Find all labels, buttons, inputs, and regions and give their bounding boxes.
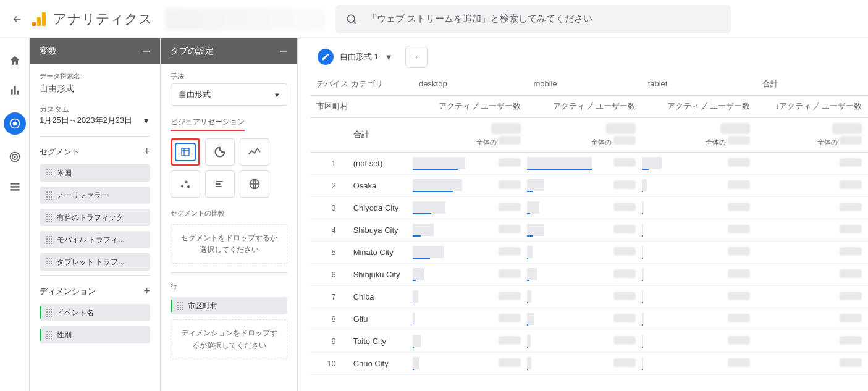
col-mobile[interactable]: mobile xyxy=(527,73,641,95)
nav-rail xyxy=(0,38,30,391)
row-chip[interactable]: 市区町村 xyxy=(171,297,287,314)
viz-line-icon[interactable] xyxy=(240,138,269,166)
table-row[interactable]: 8Gifu xyxy=(310,308,868,330)
add-tab-button[interactable]: + xyxy=(405,46,428,68)
date-range-selector[interactable]: 1月25日～2023年2月23日 ▼ xyxy=(40,115,150,126)
bar-cell xyxy=(756,152,822,174)
nav-explore-icon[interactable] xyxy=(4,112,26,135)
top-bar: アナリティクス 「ウェブ ストリームを追加」と検索してみてください xyxy=(0,0,868,38)
row-index: 4 xyxy=(310,219,347,241)
settings-header: タブの設定 − xyxy=(161,38,297,64)
value-cell xyxy=(479,241,528,263)
table-row[interactable]: 3Chiyoda City xyxy=(310,196,868,219)
bar-cell xyxy=(527,241,592,263)
dimension-chip[interactable]: 性別 xyxy=(40,326,150,343)
segment-chip[interactable]: 米国 xyxy=(40,164,150,182)
analytics-logo xyxy=(32,12,46,26)
search-icon xyxy=(345,13,358,25)
bar-cell xyxy=(642,308,707,330)
technique-select[interactable]: 自由形式 ▾ xyxy=(171,83,287,106)
svg-point-13 xyxy=(181,185,183,187)
viz-geo-icon[interactable] xyxy=(240,170,269,198)
value-cell xyxy=(593,174,642,196)
value-cell xyxy=(479,152,528,174)
table-row[interactable]: 7Chiba xyxy=(310,285,868,308)
technique-value: 自由形式 xyxy=(179,89,211,100)
value-cell xyxy=(707,241,756,263)
row-city: Osaka xyxy=(347,174,413,196)
col-group-device: デバイス カテゴリ xyxy=(310,73,413,95)
bar-cell xyxy=(756,330,822,352)
value-cell xyxy=(707,196,756,219)
table-row[interactable]: 10Chuo City xyxy=(310,352,868,374)
col-desktop[interactable]: desktop xyxy=(413,73,527,95)
tab-freeform[interactable]: 自由形式 1 ▼ xyxy=(310,46,400,68)
variables-panel: 変数 − データ探索名: 自由形式 カスタム 1月25日～2023年2月23日 … xyxy=(30,38,161,391)
table-row[interactable]: 4Shibuya City xyxy=(310,219,868,241)
add-segment-button[interactable]: + xyxy=(143,145,150,158)
bar-cell xyxy=(756,174,822,196)
value-cell xyxy=(479,174,528,196)
tab-dropdown-icon[interactable]: ▼ xyxy=(385,53,393,62)
nav-advertising-icon[interactable] xyxy=(7,149,22,164)
product-name: アナリティクス xyxy=(53,10,153,28)
viz-scatter-icon[interactable] xyxy=(171,170,200,198)
search-placeholder: 「ウェブ ストリームを追加」と検索してみてください xyxy=(368,13,592,25)
segment-chip[interactable]: ノーリファラー xyxy=(40,187,150,204)
value-cell xyxy=(707,285,756,308)
bar-cell xyxy=(642,263,707,285)
row-dim-header[interactable]: 市区町村 xyxy=(310,95,413,117)
bar-cell xyxy=(413,308,478,330)
metric-mobile[interactable]: アクティブ ユーザー数 xyxy=(527,95,641,117)
row-city: Chiyoda City xyxy=(347,196,413,219)
row-city: Shibuya City xyxy=(347,219,413,241)
segment-chip[interactable]: モバイル トラフィ... xyxy=(40,231,150,248)
value-cell xyxy=(593,308,642,330)
visualization-grid xyxy=(171,138,287,198)
value-cell xyxy=(593,263,642,285)
nav-home-icon[interactable] xyxy=(7,53,22,68)
viz-bar-icon[interactable] xyxy=(205,170,235,198)
segment-chip[interactable]: タブレット トラフ... xyxy=(40,253,150,271)
metric-tablet[interactable]: アクティブ ユーザー数 xyxy=(642,95,756,117)
dropdown-icon: ▾ xyxy=(275,90,279,99)
segment-chip[interactable]: 有料のトラフィック xyxy=(40,209,150,226)
viz-donut-icon[interactable] xyxy=(205,138,235,166)
back-button[interactable] xyxy=(10,12,25,27)
metric-total[interactable]: ↓アクティブ ユーザー数 xyxy=(756,95,868,117)
value-cell xyxy=(707,174,756,196)
row-city: Taito City xyxy=(347,330,413,352)
value-cell xyxy=(593,196,642,219)
dimension-chip[interactable]: イベント名 xyxy=(40,304,150,321)
value-cell xyxy=(479,352,528,374)
property-selector[interactable] xyxy=(165,8,326,30)
table-row[interactable]: 2Osaka xyxy=(310,174,868,196)
explore-canvas: 自由形式 1 ▼ + デバイス カテゴリ desktop mob xyxy=(298,38,868,391)
bar-cell xyxy=(527,174,592,196)
table-row[interactable]: 9Taito City xyxy=(310,330,868,352)
bar-cell xyxy=(756,285,822,308)
add-dimension-button[interactable]: + xyxy=(143,285,150,298)
nav-reports-icon[interactable] xyxy=(7,83,22,98)
value-cell xyxy=(593,219,642,241)
dimension-drop-zone[interactable]: ディメンションをドロップするか選択してください xyxy=(171,319,287,359)
value-cell xyxy=(479,285,528,308)
table-row[interactable]: 5Minato City xyxy=(310,241,868,263)
row-index: 8 xyxy=(310,308,347,330)
svg-rect-11 xyxy=(10,189,19,191)
collapse-settings-icon[interactable]: − xyxy=(279,44,287,58)
exploration-name-value[interactable]: 自由形式 xyxy=(40,83,150,95)
nav-configure-icon[interactable] xyxy=(7,179,22,194)
bar-cell xyxy=(527,285,592,308)
viz-table-icon[interactable] xyxy=(171,138,200,166)
col-tablet[interactable]: tablet xyxy=(642,73,756,95)
search-box[interactable]: 「ウェブ ストリームを追加」と検索してみてください xyxy=(335,5,731,33)
table-row[interactable]: 1(not set) xyxy=(310,152,868,174)
table-row[interactable]: 6Shinjuku City xyxy=(310,263,868,285)
segment-drop-zone[interactable]: セグメントをドロップするか選択してください xyxy=(171,224,287,264)
svg-point-5 xyxy=(13,122,16,125)
bar-cell xyxy=(756,352,822,374)
technique-label: 手法 xyxy=(171,72,287,81)
metric-desktop[interactable]: アクティブ ユーザー数 xyxy=(413,95,527,117)
collapse-variables-icon[interactable]: − xyxy=(142,44,150,58)
